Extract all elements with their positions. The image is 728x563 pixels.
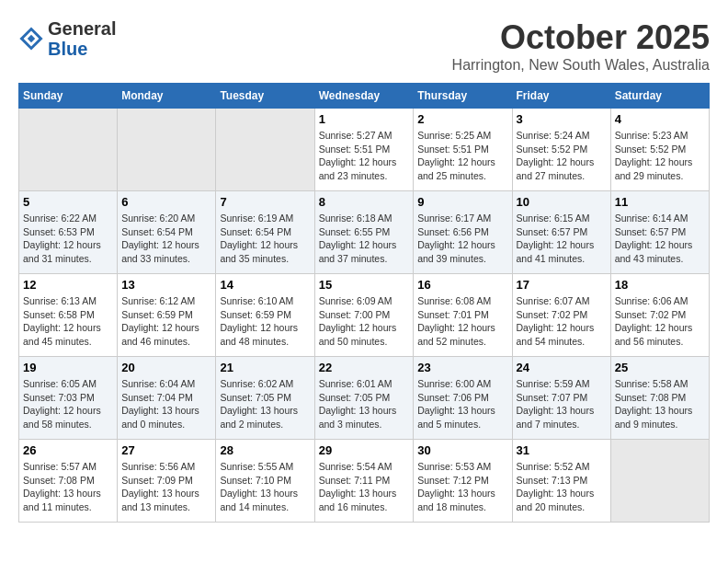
day-info: Sunrise: 6:10 AMSunset: 6:59 PMDaylight:… xyxy=(220,294,310,349)
weekday-header-tuesday: Tuesday xyxy=(216,84,314,109)
weekday-header-row: SundayMondayTuesdayWednesdayThursdayFrid… xyxy=(19,84,710,109)
day-info: Sunrise: 5:25 AMSunset: 5:51 PMDaylight:… xyxy=(417,129,507,183)
day-number: 14 xyxy=(220,278,310,292)
weekday-header-sunday: Sunday xyxy=(19,84,118,109)
day-info: Sunrise: 6:00 AMSunset: 7:06 PMDaylight:… xyxy=(417,377,507,431)
day-info: Sunrise: 5:53 AMSunset: 7:12 PMDaylight:… xyxy=(417,460,507,514)
day-info: Sunrise: 6:18 AMSunset: 6:55 PMDaylight:… xyxy=(319,212,410,266)
calendar-cell: 30Sunrise: 5:53 AMSunset: 7:12 PMDayligh… xyxy=(414,440,512,523)
calendar-cell: 23Sunrise: 6:00 AMSunset: 7:06 PMDayligh… xyxy=(414,357,512,440)
day-number: 7 xyxy=(220,195,310,209)
day-number: 28 xyxy=(220,443,310,457)
calendar-cell: 22Sunrise: 6:01 AMSunset: 7:05 PMDayligh… xyxy=(314,357,414,440)
calendar-cell: 13Sunrise: 6:12 AMSunset: 6:59 PMDayligh… xyxy=(118,274,216,357)
day-info: Sunrise: 6:20 AMSunset: 6:54 PMDaylight:… xyxy=(121,212,211,266)
day-number: 12 xyxy=(23,278,113,292)
calendar-cell: 31Sunrise: 5:52 AMSunset: 7:13 PMDayligh… xyxy=(512,440,610,523)
day-info: Sunrise: 6:05 AMSunset: 7:03 PMDaylight:… xyxy=(23,377,113,431)
calendar-cell xyxy=(118,109,216,191)
day-info: Sunrise: 5:57 AMSunset: 7:08 PMDaylight:… xyxy=(23,460,113,514)
logo-general-text: General xyxy=(48,18,116,39)
weekday-header-friday: Friday xyxy=(512,84,610,109)
calendar-cell: 29Sunrise: 5:54 AMSunset: 7:11 PMDayligh… xyxy=(314,440,414,523)
day-number: 2 xyxy=(417,112,507,126)
day-info: Sunrise: 6:01 AMSunset: 7:05 PMDaylight:… xyxy=(319,377,410,431)
calendar-cell: 11Sunrise: 6:14 AMSunset: 6:57 PMDayligh… xyxy=(610,191,709,274)
day-number: 27 xyxy=(121,443,211,457)
day-info: Sunrise: 6:19 AMSunset: 6:54 PMDaylight:… xyxy=(220,212,310,266)
day-info: Sunrise: 6:17 AMSunset: 6:56 PMDaylight:… xyxy=(417,212,507,266)
day-info: Sunrise: 6:09 AMSunset: 7:00 PMDaylight:… xyxy=(319,294,410,349)
day-number: 23 xyxy=(417,361,507,374)
calendar-cell: 4Sunrise: 5:23 AMSunset: 5:52 PMDaylight… xyxy=(610,109,709,191)
day-info: Sunrise: 6:22 AMSunset: 6:53 PMDaylight:… xyxy=(23,212,113,266)
calendar-cell: 8Sunrise: 6:18 AMSunset: 6:55 PMDaylight… xyxy=(314,191,414,274)
day-number: 26 xyxy=(23,443,113,457)
calendar-cell: 18Sunrise: 6:06 AMSunset: 7:02 PMDayligh… xyxy=(610,274,709,357)
day-number: 20 xyxy=(121,361,211,374)
week-row-2: 5Sunrise: 6:22 AMSunset: 6:53 PMDaylight… xyxy=(19,191,710,274)
calendar-cell: 26Sunrise: 5:57 AMSunset: 7:08 PMDayligh… xyxy=(19,440,118,523)
day-info: Sunrise: 5:55 AMSunset: 7:10 PMDaylight:… xyxy=(220,460,310,514)
page-subtitle: Harrington, New South Wales, Australia xyxy=(452,57,710,74)
calendar-cell: 2Sunrise: 5:25 AMSunset: 5:51 PMDaylight… xyxy=(414,109,512,191)
calendar-cell: 9Sunrise: 6:17 AMSunset: 6:56 PMDaylight… xyxy=(414,191,512,274)
day-number: 10 xyxy=(517,195,607,209)
calendar-cell: 15Sunrise: 6:09 AMSunset: 7:00 PMDayligh… xyxy=(314,274,414,357)
page-header: General Blue October 2025 Harrington, Ne… xyxy=(18,18,710,74)
calendar-cell: 25Sunrise: 5:58 AMSunset: 7:08 PMDayligh… xyxy=(610,357,709,440)
day-info: Sunrise: 6:06 AMSunset: 7:02 PMDaylight:… xyxy=(615,294,705,349)
calendar-cell: 16Sunrise: 6:08 AMSunset: 7:01 PMDayligh… xyxy=(414,274,512,357)
logo-blue-text: Blue xyxy=(48,39,87,59)
day-info: Sunrise: 5:24 AMSunset: 5:52 PMDaylight:… xyxy=(517,129,607,183)
calendar-cell: 14Sunrise: 6:10 AMSunset: 6:59 PMDayligh… xyxy=(216,274,314,357)
day-number: 13 xyxy=(121,278,211,292)
calendar-cell: 3Sunrise: 5:24 AMSunset: 5:52 PMDaylight… xyxy=(512,109,610,191)
day-info: Sunrise: 6:14 AMSunset: 6:57 PMDaylight:… xyxy=(615,212,705,266)
calendar-cell: 12Sunrise: 6:13 AMSunset: 6:58 PMDayligh… xyxy=(19,274,118,357)
day-info: Sunrise: 6:08 AMSunset: 7:01 PMDaylight:… xyxy=(417,294,507,349)
day-info: Sunrise: 6:12 AMSunset: 6:59 PMDaylight:… xyxy=(121,294,211,349)
day-number: 25 xyxy=(615,361,705,374)
weekday-header-thursday: Thursday xyxy=(414,84,512,109)
day-info: Sunrise: 6:13 AMSunset: 6:58 PMDaylight:… xyxy=(23,294,113,349)
calendar-cell: 7Sunrise: 6:19 AMSunset: 6:54 PMDaylight… xyxy=(216,191,314,274)
week-row-1: 1Sunrise: 5:27 AMSunset: 5:51 PMDaylight… xyxy=(19,109,710,191)
day-number: 15 xyxy=(319,278,410,292)
week-row-4: 19Sunrise: 6:05 AMSunset: 7:03 PMDayligh… xyxy=(19,357,710,440)
calendar-cell: 24Sunrise: 5:59 AMSunset: 7:07 PMDayligh… xyxy=(512,357,610,440)
calendar-cell xyxy=(216,109,314,191)
day-info: Sunrise: 5:54 AMSunset: 7:11 PMDaylight:… xyxy=(319,460,410,514)
day-info: Sunrise: 6:02 AMSunset: 7:05 PMDaylight:… xyxy=(220,377,310,431)
calendar-table: SundayMondayTuesdayWednesdayThursdayFrid… xyxy=(18,83,710,523)
day-number: 4 xyxy=(615,112,705,126)
calendar-cell xyxy=(19,109,118,191)
day-info: Sunrise: 5:59 AMSunset: 7:07 PMDaylight:… xyxy=(517,377,607,431)
day-number: 22 xyxy=(319,361,410,374)
calendar-cell: 5Sunrise: 6:22 AMSunset: 6:53 PMDaylight… xyxy=(19,191,118,274)
day-number: 1 xyxy=(319,112,410,126)
day-number: 11 xyxy=(615,195,705,209)
calendar-cell: 17Sunrise: 6:07 AMSunset: 7:02 PMDayligh… xyxy=(512,274,610,357)
logo-icon xyxy=(18,26,44,52)
calendar-cell: 21Sunrise: 6:02 AMSunset: 7:05 PMDayligh… xyxy=(216,357,314,440)
day-info: Sunrise: 6:15 AMSunset: 6:57 PMDaylight:… xyxy=(517,212,607,266)
day-info: Sunrise: 5:58 AMSunset: 7:08 PMDaylight:… xyxy=(615,377,705,431)
day-number: 5 xyxy=(23,195,113,209)
day-number: 21 xyxy=(220,361,310,374)
day-info: Sunrise: 5:52 AMSunset: 7:13 PMDaylight:… xyxy=(517,460,607,514)
day-number: 24 xyxy=(517,361,607,374)
day-number: 31 xyxy=(517,443,607,457)
day-number: 6 xyxy=(121,195,211,209)
week-row-5: 26Sunrise: 5:57 AMSunset: 7:08 PMDayligh… xyxy=(19,440,710,523)
week-row-3: 12Sunrise: 6:13 AMSunset: 6:58 PMDayligh… xyxy=(19,274,710,357)
day-number: 9 xyxy=(417,195,507,209)
day-info: Sunrise: 5:27 AMSunset: 5:51 PMDaylight:… xyxy=(319,129,410,183)
day-number: 18 xyxy=(615,278,705,292)
calendar-cell: 28Sunrise: 5:55 AMSunset: 7:10 PMDayligh… xyxy=(216,440,314,523)
calendar-cell: 19Sunrise: 6:05 AMSunset: 7:03 PMDayligh… xyxy=(19,357,118,440)
calendar-cell: 10Sunrise: 6:15 AMSunset: 6:57 PMDayligh… xyxy=(512,191,610,274)
calendar-cell: 20Sunrise: 6:04 AMSunset: 7:04 PMDayligh… xyxy=(118,357,216,440)
day-number: 3 xyxy=(517,112,607,126)
day-number: 19 xyxy=(23,361,113,374)
